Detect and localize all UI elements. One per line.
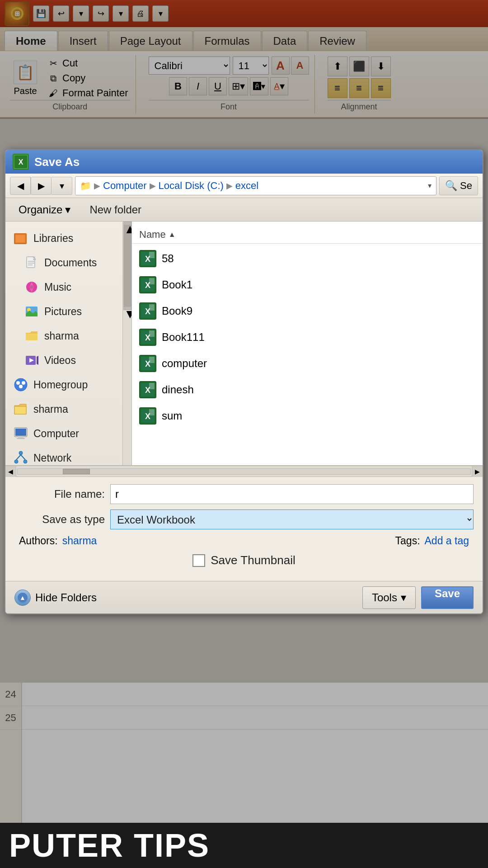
excel-file-icon-computer: X [139,355,156,372]
sidebar-item-documents[interactable]: Documents [5,250,131,275]
svg-text:X: X [145,333,150,342]
sharma-user-label: sharma [33,403,68,415]
music-label: Music [44,281,71,293]
sidebar-item-homegroup[interactable]: Homegroup [5,373,131,397]
breadcrumb-bar: 📁 ▶ Computer ▶ Local Disk (C:) ▶ excel ▾ [75,176,436,195]
hide-folders-button[interactable]: ▲ Hide Folders [14,590,97,606]
sharma-folder-icon [23,328,40,344]
organize-button[interactable]: Organize ▾ [13,200,76,219]
sidebar-item-network[interactable]: Network [5,446,131,465]
tools-button[interactable]: Tools ▾ [362,586,416,609]
sidebar-item-sharma-folder[interactable]: sharma [5,324,131,348]
action-bar: Organize ▾ New folder [5,198,483,222]
file-item-dinesh[interactable]: X dinesh [132,377,483,403]
svg-text:▲: ▲ [19,594,26,601]
dialog-form: File name: Save as type Excel Workbook A… [5,476,483,581]
svg-rect-26 [15,429,26,436]
file-list-header: Name ▲ [132,226,483,244]
network-label: Network [33,452,71,464]
name-column-header: Name [139,229,166,241]
save-button[interactable]: Save [421,586,474,609]
file-name-58: 58 [162,252,174,265]
libraries-icon [13,230,29,246]
svg-text:X: X [145,255,150,264]
sidebar-item-libraries[interactable]: Libraries [5,226,131,250]
svg-text:X: X [145,307,150,316]
sidebar-scroll-thumb[interactable] [123,225,131,307]
file-item-58[interactable]: X 58 [132,245,483,272]
dialog-title-text: Save As [34,155,80,169]
pictures-label: Pictures [44,306,82,318]
file-name-book111: Book111 [162,331,205,344]
authors-label: Authors: [19,535,58,547]
file-item-book1[interactable]: X Book1 [132,272,483,298]
excel-file-icon-58: X [139,250,156,267]
add-tag-link[interactable]: Add a tag [425,535,469,547]
excel-file-icon-book1: X [139,276,156,293]
folder-icon: 📁 [80,180,91,191]
file-item-sum[interactable]: X sum [132,403,483,429]
svg-point-23 [19,385,23,388]
nav-dropdown[interactable]: ▾ [52,177,72,195]
tools-dropdown-icon: ▾ [401,591,406,604]
save-thumbnail-checkbox[interactable] [192,554,205,567]
svg-rect-27 [18,437,23,438]
nav-button-group: ◀ ▶ ▾ [10,177,72,195]
svg-rect-24 [14,406,26,414]
footer-right-buttons: Tools ▾ Save [362,586,474,609]
file-item-computer[interactable]: X computer [132,350,483,377]
sidebar-scrollbar-track[interactable]: ▲ ▼ [122,222,131,465]
horizontal-scroll-thumb[interactable] [63,469,90,474]
search-icon: 🔍 [445,180,457,192]
save-as-dialog: X Save As ◀ ▶ ▾ 📁 ▶ Computer ▶ Local Dis… [5,149,483,614]
sidebar-scroll-down[interactable]: ▼ [123,307,131,310]
breadcrumb-folder[interactable]: excel [235,180,258,192]
scroll-left-button[interactable]: ◀ [5,466,16,477]
videos-icon [23,352,40,368]
svg-text:X: X [19,158,23,166]
file-name-computer: computer [162,357,207,370]
file-item-book111[interactable]: X Book111 [132,324,483,350]
sidebar-scroll-up[interactable]: ▲ [123,222,131,225]
dialog-title-icon: X [13,154,29,170]
horizontal-scrollbar[interactable]: ◀ ▶ [5,466,483,476]
save-as-type-row: Save as type Excel Workbook [14,509,474,529]
save-as-type-select[interactable]: Excel Workbook [110,509,474,529]
sidebar-item-pictures[interactable]: Pictures [5,299,131,324]
forward-button[interactable]: ▶ [31,177,52,195]
breadcrumb-expand[interactable]: ▾ [428,181,432,190]
watermark-bar: PUTER TIPS [0,823,488,868]
file-name-book9: Book9 [162,305,192,317]
sidebar-item-videos[interactable]: Videos [5,348,131,373]
sidebar-item-computer[interactable]: Computer [5,421,131,446]
breadcrumb-disk[interactable]: Local Disk (C:) [159,180,224,192]
back-button[interactable]: ◀ [10,177,31,195]
tools-label: Tools [372,591,397,604]
computer-icon [13,425,29,442]
sidebar-item-sharma-user[interactable]: sharma [5,397,131,421]
svg-text:X: X [145,281,150,290]
new-folder-button[interactable]: New folder [84,200,147,219]
file-name-label: File name: [14,488,105,500]
svg-point-22 [22,381,25,385]
breadcrumb-arrow-3: ▶ [226,181,233,191]
search-button[interactable]: 🔍 Se [439,176,478,195]
svg-text:X: X [145,412,150,421]
author-name[interactable]: sharma [62,535,97,547]
computer-label: Computer [33,428,79,440]
network-icon [13,450,29,465]
file-name-sum: sum [162,410,182,422]
excel-file-icon-book9: X [139,302,156,320]
excel-file-icon-dinesh: X [139,381,156,398]
dialog-toolbar: ◀ ▶ ▾ 📁 ▶ Computer ▶ Local Disk (C:) ▶ e… [5,174,483,198]
svg-point-30 [14,460,18,463]
breadcrumb-computer[interactable]: Computer [103,180,147,192]
sidebar-item-music[interactable]: Music [5,275,131,299]
save-as-type-label: Save as type [14,513,105,526]
hide-folders-label: Hide Folders [35,591,97,604]
file-item-book9[interactable]: X Book9 [132,298,483,324]
svg-point-31 [23,460,27,463]
svg-text:X: X [145,359,150,368]
scroll-right-button[interactable]: ▶ [472,466,483,477]
file-name-input[interactable] [110,484,474,504]
